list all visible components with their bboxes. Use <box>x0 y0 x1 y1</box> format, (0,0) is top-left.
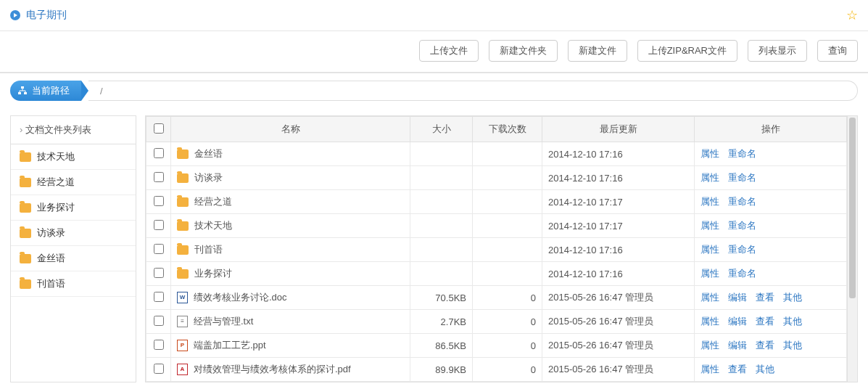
download-count <box>473 166 542 190</box>
download-count <box>473 262 542 286</box>
folder-icon <box>177 245 189 255</box>
action-attr[interactable]: 属性 <box>700 244 719 255</box>
file-name[interactable]: 对绩效管理与绩效考核体系的探讨.pdf <box>194 363 351 376</box>
folder-icon <box>177 173 189 183</box>
svg-rect-0 <box>21 86 24 89</box>
action-view[interactable]: 查看 <box>728 364 747 374</box>
content-area: 名称 大小 下载次数 最后更新 操作 金丝语2014-12-10 17:16属性… <box>145 115 858 382</box>
row-checkbox[interactable] <box>154 196 164 206</box>
file-name[interactable]: 技术天地 <box>194 219 232 232</box>
file-size: 70.5KB <box>410 286 473 310</box>
sidebar-item-label: 技术天地 <box>37 150 75 163</box>
row-actions: 属性查看其他 <box>695 358 847 382</box>
scrollbar-thumb[interactable] <box>849 118 856 298</box>
updated-time: 2015-05-26 16:47 管理员 <box>542 310 695 334</box>
query-button[interactable]: 查询 <box>817 40 858 62</box>
action-view[interactable]: 查看 <box>756 292 774 303</box>
action-attr[interactable]: 属性 <box>700 220 719 231</box>
action-attr[interactable]: 属性 <box>700 364 719 374</box>
action-attr[interactable]: 属性 <box>700 148 719 159</box>
row-actions: 属性重命名 <box>695 142 847 166</box>
folder-icon <box>177 221 189 231</box>
action-rename[interactable]: 重命名 <box>728 220 756 231</box>
file-size <box>410 190 473 214</box>
action-view[interactable]: 查看 <box>756 340 774 351</box>
action-attr[interactable]: 属性 <box>700 268 719 279</box>
sidebar-item[interactable]: 访谈录 <box>11 221 136 246</box>
file-name[interactable]: 金丝语 <box>194 147 223 160</box>
action-attr[interactable]: 属性 <box>700 172 719 183</box>
action-view[interactable]: 查看 <box>756 316 774 327</box>
row-checkbox[interactable] <box>154 244 164 254</box>
updated-time: 2014-12-10 17:17 <box>542 190 695 214</box>
file-name[interactable]: 绩效考核业务讨论.doc <box>194 291 287 304</box>
col-updated: 最后更新 <box>542 117 695 142</box>
chevron-right-icon: › <box>20 124 22 135</box>
sidebar-item[interactable]: 技术天地 <box>11 144 136 170</box>
action-edit[interactable]: 编辑 <box>728 340 747 351</box>
file-name[interactable]: 访谈录 <box>194 171 223 184</box>
path-input[interactable]: / <box>88 81 858 101</box>
folder-icon <box>177 269 189 279</box>
page-header: 电子期刊 ☆ <box>0 0 868 31</box>
row-actions: 属性重命名 <box>695 238 847 262</box>
row-checkbox[interactable] <box>154 364 164 374</box>
sidebar-item[interactable]: 刊首语 <box>11 271 136 297</box>
new-file-button[interactable]: 新建文件 <box>568 40 627 62</box>
row-checkbox[interactable] <box>154 268 164 278</box>
updated-time: 2015-05-26 16:47 管理员 <box>542 358 695 382</box>
sidebar-item[interactable]: 经营之道 <box>11 170 136 195</box>
action-attr[interactable]: 属性 <box>700 292 719 303</box>
toolbar: 上传文件 新建文件夹 新建文件 上传ZIP&RAR文件 列表显示 查询 <box>0 31 868 73</box>
sidebar-item-label: 业务探讨 <box>37 201 75 214</box>
row-checkbox[interactable] <box>154 172 164 182</box>
action-attr[interactable]: 属性 <box>700 196 719 207</box>
file-name[interactable]: 刊首语 <box>194 243 223 256</box>
action-rename[interactable]: 重命名 <box>728 196 756 207</box>
row-checkbox[interactable] <box>154 316 164 326</box>
sidebar-item[interactable]: 金丝语 <box>11 246 136 271</box>
row-checkbox[interactable] <box>154 220 164 230</box>
action-other[interactable]: 其他 <box>783 316 802 327</box>
action-other[interactable]: 其他 <box>783 292 802 303</box>
updated-time: 2015-05-26 16:47 管理员 <box>542 334 695 358</box>
row-checkbox[interactable] <box>154 292 164 302</box>
download-count: 0 <box>473 286 542 310</box>
folder-icon <box>20 152 31 162</box>
row-actions: 属性重命名 <box>695 166 847 190</box>
favorite-icon[interactable]: ☆ <box>846 7 858 23</box>
action-rename[interactable]: 重命名 <box>728 172 756 183</box>
doc-file-icon: W <box>177 292 188 303</box>
action-attr[interactable]: 属性 <box>700 316 719 327</box>
updated-time: 2014-12-10 17:16 <box>542 238 695 262</box>
action-rename[interactable]: 重命名 <box>728 244 756 255</box>
select-all-checkbox[interactable] <box>154 123 164 134</box>
file-name[interactable]: 经营与管理.txt <box>194 315 253 328</box>
file-name[interactable]: 端盖加工工艺.ppt <box>194 339 266 352</box>
action-rename[interactable]: 重命名 <box>728 268 756 279</box>
file-name[interactable]: 业务探讨 <box>194 267 232 280</box>
action-attr[interactable]: 属性 <box>700 340 719 351</box>
list-view-button[interactable]: 列表显示 <box>748 40 807 62</box>
download-count <box>473 190 542 214</box>
updated-time: 2014-12-10 17:16 <box>542 142 695 166</box>
download-count <box>473 142 542 166</box>
action-edit[interactable]: 编辑 <box>728 292 747 303</box>
row-checkbox[interactable] <box>154 148 164 158</box>
new-folder-button[interactable]: 新建文件夹 <box>489 40 558 62</box>
sidebar-item[interactable]: 业务探讨 <box>11 195 136 221</box>
action-edit[interactable]: 编辑 <box>728 316 747 327</box>
row-checkbox[interactable] <box>154 340 164 350</box>
upload-file-button[interactable]: 上传文件 <box>419 40 479 62</box>
action-other[interactable]: 其他 <box>783 340 802 351</box>
file-name[interactable]: 经营之道 <box>194 195 232 208</box>
action-other[interactable]: 其他 <box>756 364 774 374</box>
folder-icon <box>177 197 189 207</box>
action-rename[interactable]: 重命名 <box>728 148 756 159</box>
folder-icon <box>20 178 31 187</box>
vertical-scrollbar[interactable] <box>848 115 858 382</box>
row-actions: 属性重命名 <box>695 190 847 214</box>
file-size: 89.9KB <box>410 358 473 382</box>
upload-zip-button[interactable]: 上传ZIP&RAR文件 <box>637 40 737 62</box>
path-badge: 当前路径 <box>10 81 81 101</box>
